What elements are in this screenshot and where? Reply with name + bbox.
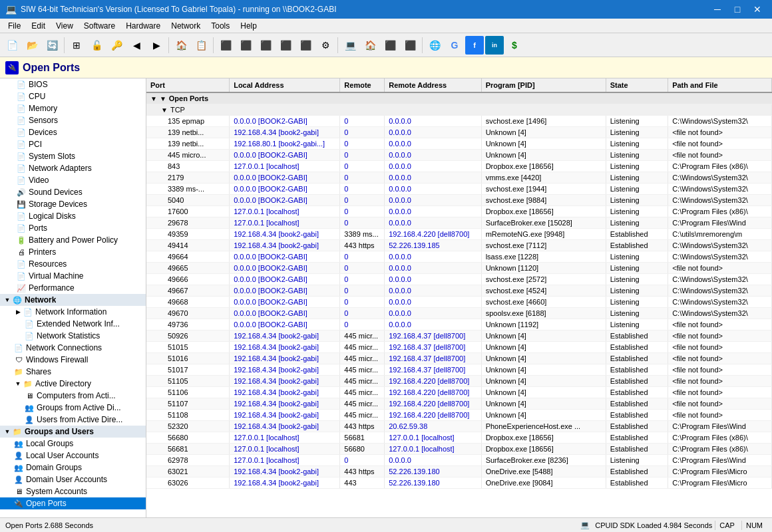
col-port[interactable]: Port: [146, 78, 230, 92]
sidebar-item-ext-network[interactable]: 📄 Extended Network Inf...: [0, 318, 146, 330]
tb-btn-1[interactable]: 📄: [3, 36, 21, 55]
tb-w1[interactable]: ⬛: [381, 36, 399, 55]
sidebar-item-memory[interactable]: 📄 Memory: [0, 102, 146, 114]
table-row[interactable]: 843127.0.0.1 [localhost]00.0.0.0Dropbox.…: [146, 161, 772, 172]
tb-facebook[interactable]: f: [465, 36, 484, 55]
table-row[interactable]: 51105192.168.4.34 [book2-gabi]445 micr..…: [146, 376, 772, 387]
tb-computer[interactable]: 💻: [341, 36, 359, 55]
tb-google[interactable]: G: [445, 36, 464, 55]
group-sub-icon[interactable]: ▼: [160, 95, 166, 102]
table-row[interactable]: 56680127.0.0.1 [localhost]56681127.0.0.1…: [146, 432, 772, 444]
table-row[interactable]: 51108192.168.4.34 [book2-gabi]445 micr..…: [146, 410, 772, 421]
table-row[interactable]: 17600127.0.0.1 [localhost]00.0.0.0Dropbo…: [146, 206, 772, 217]
table-row[interactable]: 496650.0.0.0 [BOOK2-GABI]00.0.0.0Unknown…: [146, 263, 772, 274]
sidebar-item-sensors[interactable]: 📄 Sensors: [0, 114, 146, 126]
table-row[interactable]: 496700.0.0.0 [BOOK2-GABI]00.0.0.0spoolsv…: [146, 308, 772, 319]
sidebar-item-groups-ad[interactable]: 👥 Groups from Active Di...: [0, 402, 146, 414]
table-row[interactable]: 21790.0.0.0 [BOOK2-GABI]00.0.0.0vmms.exe…: [146, 172, 772, 184]
minimize-button[interactable]: ─: [708, 3, 727, 16]
sidebar-item-printers[interactable]: 🖨 Printers: [0, 246, 146, 258]
sidebar-item-computers-ad[interactable]: 🖥 Computers from Acti...: [0, 390, 146, 402]
sidebar-item-logical-disks[interactable]: 📄 Logical Disks: [0, 210, 146, 222]
table-row[interactable]: 52320192.168.4.34 [book2-gabi]443 https2…: [146, 421, 772, 432]
maximize-button[interactable]: □: [728, 3, 747, 16]
menu-hardware[interactable]: Hardware: [120, 20, 166, 32]
sidebar-item-system-slots[interactable]: 📄 System Slots: [0, 150, 146, 162]
menu-view[interactable]: View: [51, 20, 79, 32]
sidebar-item-devices[interactable]: 📄 Devices: [0, 126, 146, 138]
col-path[interactable]: Path and File: [668, 78, 772, 92]
sidebar-item-network-adapters[interactable]: 📄 Network Adapters: [0, 162, 146, 174]
table-row[interactable]: 50926192.168.4.34 [book2-gabi]445 micr..…: [146, 331, 772, 342]
col-program[interactable]: Program [PID]: [481, 78, 606, 92]
table-row[interactable]: 445 micro...0.0.0.0 [BOOK2-GABI]00.0.0.0…: [146, 150, 772, 161]
tb-grid[interactable]: ⊞: [67, 36, 86, 55]
subgroup-expand-icon[interactable]: ▼: [161, 106, 168, 114]
sidebar-item-bios[interactable]: 📄 BIOS: [0, 78, 146, 90]
menu-network[interactable]: Network: [166, 20, 206, 32]
col-state[interactable]: State: [606, 78, 668, 92]
sidebar-item-local-users[interactable]: 👤 Local User Accounts: [0, 450, 146, 462]
tb-house2[interactable]: 🏠: [361, 36, 379, 55]
table-row[interactable]: 49359192.168.4.34 [book2-gabi]3389 ms...…: [146, 229, 772, 240]
sidebar-item-virtual-machine[interactable]: 📄 Virtual Machine: [0, 270, 146, 282]
table-row[interactable]: 63021192.168.4.34 [book2-gabi]443 https5…: [146, 466, 772, 477]
tb-b1[interactable]: ⬛: [216, 36, 235, 55]
menu-file[interactable]: File: [3, 20, 26, 32]
sidebar-item-video[interactable]: 📄 Video: [0, 174, 146, 186]
sidebar-item-users-ad[interactable]: 👤 Users from Active Dire...: [0, 414, 146, 426]
tb-globe[interactable]: 🌐: [425, 36, 444, 55]
close-button[interactable]: ✕: [748, 3, 767, 16]
tb-b5[interactable]: ⬛: [296, 36, 315, 55]
tb-dollar[interactable]: $: [505, 36, 524, 55]
sidebar-item-battery[interactable]: 🔋 Battery and Power Policy: [0, 234, 146, 246]
sidebar-item-sound[interactable]: 🔊 Sound Devices: [0, 186, 146, 198]
sidebar-item-open-ports[interactable]: 🔌 Open Ports: [0, 497, 146, 509]
table-row[interactable]: 50400.0.0.0 [BOOK2-GABI]00.0.0.0svchost.…: [146, 195, 772, 206]
menu-help[interactable]: Help: [235, 20, 262, 32]
table-row[interactable]: 51015192.168.4.34 [book2-gabi]445 micr..…: [146, 342, 772, 353]
tb-settings[interactable]: ⚙: [316, 36, 335, 55]
tb-linkedin[interactable]: in: [485, 36, 504, 55]
sidebar-item-cpu[interactable]: 📄 CPU: [0, 90, 146, 102]
sidebar-item-local-groups[interactable]: 👥 Local Groups: [0, 438, 146, 450]
table-row[interactable]: 497360.0.0.0 [BOOK2-GABI]00.0.0.0Unknown…: [146, 319, 772, 331]
sidebar-item-domain-users[interactable]: 👤 Domain User Accounts: [0, 473, 146, 485]
sidebar-group-groups-users[interactable]: ▼ 📁 Groups and Users: [0, 426, 146, 438]
tb-home[interactable]: 🏠: [172, 36, 190, 55]
table-row[interactable]: 49414192.168.4.34 [book2-gabi]443 https5…: [146, 240, 772, 251]
col-local-addr[interactable]: Local Address: [230, 78, 340, 92]
sidebar-group-network[interactable]: ▼ 🌐 Network: [0, 294, 146, 306]
tb-b3[interactable]: ⬛: [256, 36, 275, 55]
tb-forward[interactable]: ▶: [147, 36, 166, 55]
tb-key[interactable]: 🔑: [107, 36, 126, 55]
sidebar-item-domain-groups[interactable]: 👥 Domain Groups: [0, 462, 146, 473]
table-row[interactable]: 496660.0.0.0 [BOOK2-GABI]00.0.0.0svchost…: [146, 274, 772, 285]
table-row[interactable]: 139 netbi...192.168.80.1 [book2-gabi...]…: [146, 138, 772, 150]
titlebar-controls[interactable]: ─ □ ✕: [708, 3, 767, 16]
tb-b4[interactable]: ⬛: [276, 36, 295, 55]
tb-clipboard[interactable]: 📋: [192, 36, 210, 55]
tb-btn-2[interactable]: 📂: [23, 36, 41, 55]
table-row[interactable]: 51106192.168.4.34 [book2-gabi]445 micr..…: [146, 387, 772, 398]
table-row[interactable]: 62978127.0.0.1 [localhost]00.0.0.0Surfac…: [146, 455, 772, 466]
menu-edit[interactable]: Edit: [26, 20, 51, 32]
table-row[interactable]: 51016192.168.4.34 [book2-gabi]445 micr..…: [146, 353, 772, 364]
sidebar-item-network-stats[interactable]: 📄 Network Statistics: [0, 330, 146, 342]
table-row[interactable]: 496680.0.0.0 [BOOK2-GABI]00.0.0.0svchost…: [146, 297, 772, 308]
sidebar-item-performance[interactable]: 📈 Performance: [0, 282, 146, 294]
tb-refresh[interactable]: 🔄: [43, 36, 61, 55]
table-row[interactable]: 139 netbi...192.168.4.34 [book2-gabi]00.…: [146, 127, 772, 138]
sidebar-item-windows-firewall[interactable]: 🛡 Windows Firewall: [0, 354, 146, 366]
tb-back[interactable]: ◀: [127, 36, 146, 55]
table-row[interactable]: 56681127.0.0.1 [localhost]56680127.0.0.1…: [146, 444, 772, 455]
group-expand-icon[interactable]: ▼: [150, 95, 157, 102]
menu-software[interactable]: Software: [79, 20, 120, 32]
tb-w2[interactable]: ⬛: [401, 36, 419, 55]
tb-lock[interactable]: 🔓: [87, 36, 106, 55]
sidebar-item-shares[interactable]: 📁 Shares: [0, 366, 146, 378]
tb-b2[interactable]: ⬛: [236, 36, 255, 55]
sidebar-item-ports[interactable]: 📄 Ports: [0, 222, 146, 234]
col-remote[interactable]: Remote: [340, 78, 385, 92]
table-row[interactable]: 63026192.168.4.34 [book2-gabi]44352.226.…: [146, 477, 772, 489]
